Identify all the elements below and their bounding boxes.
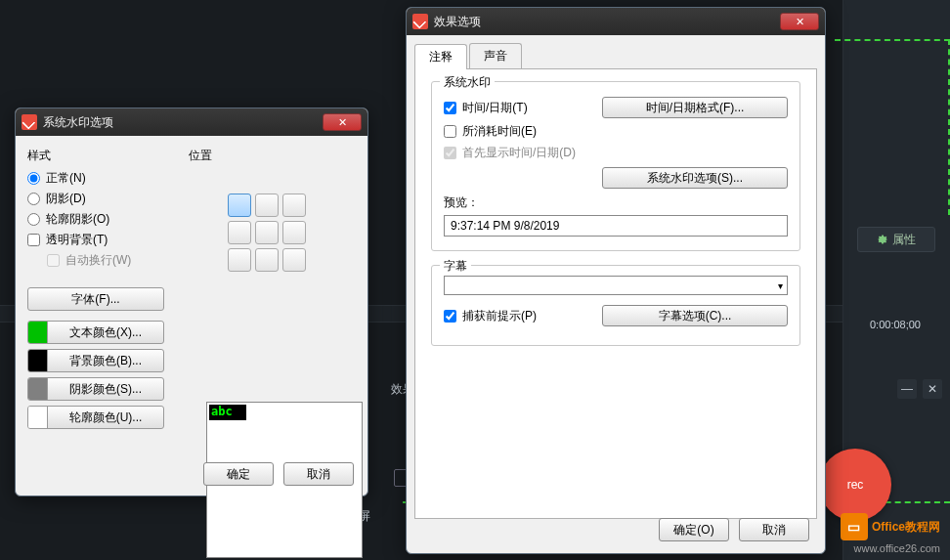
check-transparent-label: 透明背景(T) bbox=[46, 232, 108, 248]
brand-icon: ▭ bbox=[841, 513, 868, 540]
font-button[interactable]: 字体(F)... bbox=[27, 287, 164, 311]
bg-color-swatch bbox=[28, 350, 48, 371]
position-heading: 位置 bbox=[189, 148, 355, 164]
text-color-label: 文本颜色(X)... bbox=[48, 324, 163, 341]
check-timedate[interactable] bbox=[444, 102, 456, 114]
bg-color-button[interactable]: 背景颜色(B)... bbox=[27, 349, 164, 372]
outline-color-swatch bbox=[28, 407, 48, 428]
pos-mid-center[interactable] bbox=[255, 221, 279, 244]
radio-normal-input[interactable] bbox=[27, 172, 40, 185]
pos-top-center[interactable] bbox=[255, 194, 279, 217]
gear-icon bbox=[877, 234, 888, 245]
tab-bar: 注释 声音 bbox=[414, 43, 817, 69]
group-subtitle-title: 字幕 bbox=[440, 258, 471, 275]
dialog-footer: 确定 取消 bbox=[203, 462, 354, 486]
pos-bot-center[interactable] bbox=[255, 248, 279, 272]
close-icon[interactable]: ✕ bbox=[780, 13, 819, 30]
position-section: 位置 bbox=[189, 148, 355, 272]
shadow-color-swatch bbox=[28, 378, 48, 400]
check-wrap-input bbox=[47, 254, 60, 267]
check-showfirst-label: 首先显示时间/日期(D) bbox=[462, 145, 576, 161]
subtitle-select[interactable] bbox=[444, 276, 788, 295]
close-button[interactable]: ✕ bbox=[923, 379, 942, 399]
site-watermark: ▭ Office教程网 www.office26.com bbox=[841, 513, 940, 540]
dialog-titlebar[interactable]: 系统水印选项 ✕ bbox=[16, 108, 367, 136]
group-watermark: 系统水印 时间/日期(T) 时间/日期格式(F)... 所消耗时间(E) 首先显… bbox=[431, 81, 800, 251]
preview-field[interactable] bbox=[444, 215, 788, 237]
pos-bot-right[interactable] bbox=[282, 248, 306, 272]
pos-top-right[interactable] bbox=[282, 194, 306, 217]
dialog-body: 样式 正常(N) 阴影(D) 轮廓阴影(O) 透明背景(T) 自动换行(W) 字… bbox=[16, 136, 367, 159]
shadow-color-button[interactable]: 阴影颜色(S)... bbox=[27, 377, 164, 401]
check-showfirst bbox=[444, 147, 456, 159]
check-elapsed-label: 所消耗时间(E) bbox=[462, 123, 537, 140]
row-showfirst: 首先显示时间/日期(D) bbox=[444, 145, 788, 161]
row-prompt: 捕获前提示(P) 字幕选项(C)... bbox=[444, 305, 788, 326]
check-prompt-label: 捕获前提示(P) bbox=[462, 308, 537, 324]
check-elapsed[interactable] bbox=[444, 125, 456, 138]
preview-label: 预览： bbox=[444, 194, 788, 211]
outline-color-label: 轮廓颜色(U)... bbox=[48, 409, 163, 426]
radio-shadow-label: 阴影(D) bbox=[46, 191, 86, 207]
dialog-titlebar[interactable]: 效果选项 ✕ bbox=[407, 8, 825, 35]
record-label: rec bbox=[847, 478, 864, 492]
check-transparent-input[interactable] bbox=[27, 234, 40, 246]
ok-button[interactable]: 确定(O) bbox=[659, 518, 729, 541]
selection-marquee bbox=[835, 39, 950, 215]
style-section: 样式 正常(N) 阴影(D) 轮廓阴影(O) 透明背景(T) 自动换行(W) 字… bbox=[27, 148, 189, 434]
row-elapsed: 所消耗时间(E) bbox=[444, 123, 788, 140]
app-icon bbox=[22, 114, 37, 130]
pos-mid-left[interactable] bbox=[228, 221, 251, 244]
tab-sound[interactable]: 声音 bbox=[469, 43, 522, 68]
minimize-button[interactable]: — bbox=[897, 379, 917, 399]
pos-mid-right[interactable] bbox=[282, 221, 306, 244]
radio-outline-input[interactable] bbox=[27, 213, 40, 226]
radio-normal-label: 正常(N) bbox=[46, 170, 86, 187]
check-auto-wrap: 自动换行(W) bbox=[47, 252, 189, 269]
dialog-body: 注释 声音 系统水印 时间/日期(T) 时间/日期格式(F)... 所消耗时间(… bbox=[407, 43, 825, 519]
brand-url: www.office26.com bbox=[854, 542, 940, 554]
radio-normal[interactable]: 正常(N) bbox=[27, 170, 189, 187]
watermark-options-dialog: 系统水印选项 ✕ 样式 正常(N) 阴影(D) 轮廓阴影(O) 透明背景(T) … bbox=[15, 108, 368, 496]
watermark-options-button[interactable]: 系统水印选项(S)... bbox=[602, 167, 788, 189]
check-prompt[interactable] bbox=[444, 310, 456, 323]
row-timedate: 时间/日期(T) 时间/日期格式(F)... bbox=[444, 97, 788, 118]
dialog-title: 系统水印选项 bbox=[43, 114, 323, 131]
pos-bot-left[interactable] bbox=[228, 248, 251, 272]
radio-shadow-input[interactable] bbox=[27, 193, 40, 205]
check-transparent-bg[interactable]: 透明背景(T) bbox=[27, 232, 189, 248]
brand-text: Office教程网 bbox=[872, 519, 940, 536]
text-color-swatch bbox=[28, 322, 48, 343]
radio-outline-shadow[interactable]: 轮廓阴影(O) bbox=[27, 211, 189, 228]
cancel-button[interactable]: 取消 bbox=[739, 518, 809, 541]
preview-sample: abc bbox=[209, 405, 246, 420]
tab-annotation[interactable]: 注释 bbox=[414, 44, 467, 69]
app-icon bbox=[412, 14, 428, 29]
record-button[interactable]: rec bbox=[819, 449, 891, 521]
bg-color-label: 背景颜色(B)... bbox=[48, 353, 163, 369]
timecode-display: 0:00:08;00 bbox=[870, 319, 921, 330]
effect-options-dialog: 效果选项 ✕ 注释 声音 系统水印 时间/日期(T) 时间/日期格式(F)...… bbox=[406, 7, 826, 554]
check-timedate-label: 时间/日期(T) bbox=[462, 100, 528, 116]
subtitle-options-button[interactable]: 字幕选项(C)... bbox=[602, 305, 788, 326]
dialog-title: 效果选项 bbox=[434, 14, 780, 30]
timedate-format-button[interactable]: 时间/日期格式(F)... bbox=[602, 97, 788, 118]
position-grid bbox=[228, 194, 355, 272]
properties-label: 属性 bbox=[892, 232, 916, 248]
pos-top-left[interactable] bbox=[228, 194, 251, 217]
properties-button[interactable]: 属性 bbox=[857, 227, 935, 252]
ok-button[interactable]: 确定 bbox=[203, 462, 274, 486]
check-wrap-label: 自动换行(W) bbox=[65, 252, 131, 269]
text-color-button[interactable]: 文本颜色(X)... bbox=[27, 321, 164, 344]
panel-window-controls: — ✕ bbox=[897, 379, 942, 399]
tab-content: 系统水印 时间/日期(T) 时间/日期格式(F)... 所消耗时间(E) 首先显… bbox=[414, 69, 817, 519]
cancel-button[interactable]: 取消 bbox=[283, 462, 354, 486]
radio-outline-label: 轮廓阴影(O) bbox=[46, 211, 109, 228]
radio-shadow[interactable]: 阴影(D) bbox=[27, 191, 189, 207]
outline-color-button[interactable]: 轮廓颜色(U)... bbox=[27, 406, 164, 429]
shadow-color-label: 阴影颜色(S)... bbox=[48, 381, 163, 398]
group-subtitle: 字幕 捕获前提示(P) 字幕选项(C)... bbox=[431, 265, 800, 346]
close-icon[interactable]: ✕ bbox=[323, 113, 362, 131]
group-watermark-title: 系统水印 bbox=[440, 74, 495, 91]
dialog-footer: 确定(O) 取消 bbox=[659, 518, 809, 541]
